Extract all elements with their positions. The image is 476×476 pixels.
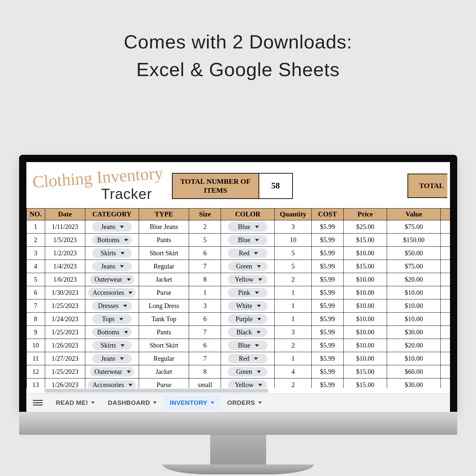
- cell-date[interactable]: 1/26/2023: [45, 339, 85, 352]
- category-dropdown[interactable]: Dresses: [92, 301, 132, 311]
- cell-extra[interactable]: [441, 313, 450, 326]
- cell-size[interactable]: 6: [189, 313, 221, 326]
- cell-color[interactable]: Black: [221, 326, 275, 339]
- table-row[interactable]: 61/30/2023AccessoriesPurse1Pink1$5.99$10…: [26, 286, 450, 299]
- category-dropdown[interactable]: Jeans: [92, 222, 132, 232]
- cell-size[interactable]: 6: [189, 247, 221, 260]
- cell-no[interactable]: 5: [26, 273, 45, 286]
- cell-date[interactable]: 1/24/2023: [45, 313, 85, 326]
- category-dropdown[interactable]: Accessories: [88, 288, 136, 297]
- color-dropdown[interactable]: Red: [228, 248, 267, 258]
- table-row[interactable]: 11/11/2023JeansBlue Jeans2Blue3$5.99$25.…: [26, 220, 450, 234]
- table-row[interactable]: 91/25/2023BottomsPants7Black3$5.99$10.00…: [26, 326, 450, 339]
- cell-color[interactable]: White: [221, 299, 275, 313]
- cell-extra[interactable]: [441, 220, 450, 234]
- cell-color[interactable]: Red: [221, 247, 275, 260]
- sheet-tab-inventory[interactable]: INVENTORY: [164, 396, 220, 410]
- cell-extra[interactable]: [441, 365, 450, 378]
- cell-quantity[interactable]: 1: [275, 313, 312, 326]
- cell-quantity[interactable]: 2: [275, 339, 312, 352]
- cell-price[interactable]: $10.00: [343, 247, 387, 260]
- cell-cost[interactable]: $5.99: [312, 339, 344, 352]
- cell-size[interactable]: 3: [189, 299, 221, 313]
- cell-value[interactable]: $75.00: [387, 220, 441, 234]
- category-dropdown[interactable]: Outerwear: [90, 367, 134, 377]
- cell-no[interactable]: 4: [26, 260, 45, 273]
- cell-quantity[interactable]: 3: [275, 326, 312, 339]
- cell-price[interactable]: $25.00: [343, 220, 387, 234]
- cell-value[interactable]: $75.00: [387, 260, 441, 273]
- cell-type[interactable]: Tank Top: [139, 313, 189, 326]
- cell-color[interactable]: Yellow: [221, 273, 275, 286]
- cell-size[interactable]: 8: [189, 273, 221, 286]
- table-row[interactable]: 71/25/2023DressesLong Dress3White1$5.99$…: [26, 299, 450, 313]
- cell-category[interactable]: Jeans: [85, 260, 139, 273]
- cell-cost[interactable]: $5.99: [312, 313, 344, 326]
- cell-category[interactable]: Bottoms: [85, 326, 139, 339]
- cell-value[interactable]: $10.00: [387, 299, 441, 313]
- cell-value[interactable]: $10.00: [387, 352, 441, 365]
- cell-extra[interactable]: [441, 247, 450, 260]
- color-dropdown[interactable]: Green: [228, 367, 267, 377]
- cell-extra[interactable]: [441, 352, 450, 365]
- cell-size[interactable]: 8: [189, 365, 221, 378]
- table-row[interactable]: 51/6/2023OuterwearJacket8Yellow2$5.99$10…: [26, 273, 450, 286]
- cell-extra[interactable]: [441, 260, 450, 273]
- cell-cost[interactable]: $5.99: [312, 365, 344, 378]
- cell-date[interactable]: 1/25/2023: [45, 326, 85, 339]
- cell-color[interactable]: Green: [221, 365, 275, 378]
- color-dropdown[interactable]: Blue: [228, 341, 267, 350]
- cell-color[interactable]: Blue: [221, 339, 275, 352]
- category-dropdown[interactable]: Bottoms: [92, 327, 132, 337]
- cell-category[interactable]: Skirts: [85, 247, 139, 260]
- cell-no[interactable]: 12: [26, 365, 45, 378]
- table-row[interactable]: 31/2/2023SkirtsShort Skirt6Red5$5.99$10.…: [26, 247, 450, 260]
- cell-type[interactable]: Pants: [139, 326, 189, 339]
- cell-date[interactable]: 1/25/2023: [45, 299, 85, 313]
- cell-no[interactable]: 8: [26, 313, 45, 326]
- cell-cost[interactable]: $5.99: [312, 260, 344, 273]
- cell-quantity[interactable]: 3: [275, 220, 312, 234]
- category-dropdown[interactable]: Jeans: [92, 262, 132, 271]
- cell-extra[interactable]: [441, 339, 450, 352]
- cell-category[interactable]: Bottoms: [85, 234, 139, 247]
- cell-cost[interactable]: $5.99: [312, 286, 344, 299]
- cell-date[interactable]: 1/5/2023: [45, 234, 85, 247]
- cell-price[interactable]: $15.00: [343, 260, 387, 273]
- cell-date[interactable]: 1/4/2023: [45, 260, 85, 273]
- cell-value[interactable]: $50.00: [387, 247, 441, 260]
- cell-date[interactable]: 1/2/2023: [45, 247, 85, 260]
- cell-no[interactable]: 10: [26, 339, 45, 352]
- cell-type[interactable]: Purse: [139, 286, 189, 299]
- cell-price[interactable]: $10.00: [343, 286, 387, 299]
- cell-size[interactable]: 5: [189, 234, 221, 247]
- cell-type[interactable]: Jacket: [139, 365, 189, 378]
- cell-type[interactable]: Long Dress: [139, 299, 189, 313]
- cell-category[interactable]: Dresses: [85, 299, 139, 313]
- category-dropdown[interactable]: Bottoms: [92, 235, 132, 245]
- cell-price[interactable]: $15.00: [343, 234, 387, 247]
- cell-size[interactable]: 1: [189, 286, 221, 299]
- cell-value[interactable]: $60.00: [387, 365, 441, 378]
- cell-type[interactable]: Jacket: [139, 273, 189, 286]
- cell-quantity[interactable]: 5: [275, 247, 312, 260]
- cell-size[interactable]: 2: [189, 220, 221, 234]
- table-row[interactable]: 121/25/2023OuterwearJacket8Green4$5.99$1…: [26, 365, 450, 378]
- table-row[interactable]: 111/27/2023JeansRegular7Red1$5.99$10.00$…: [26, 352, 450, 365]
- cell-price[interactable]: $10.00: [343, 352, 387, 365]
- cell-price[interactable]: $10.00: [343, 273, 387, 286]
- cell-quantity[interactable]: 4: [275, 365, 312, 378]
- cell-type[interactable]: Short Skirt: [139, 339, 189, 352]
- category-dropdown[interactable]: Jeans: [92, 354, 132, 363]
- cell-category[interactable]: Jeans: [85, 352, 139, 365]
- cell-no[interactable]: 1: [26, 220, 45, 234]
- category-dropdown[interactable]: Skirts: [92, 248, 132, 258]
- cell-value[interactable]: $20.00: [387, 273, 441, 286]
- cell-color[interactable]: Green: [221, 260, 275, 273]
- cell-value[interactable]: $20.00: [387, 339, 441, 352]
- cell-date[interactable]: 1/27/2023: [45, 352, 85, 365]
- cell-cost[interactable]: $5.99: [312, 247, 344, 260]
- table-row[interactable]: 21/5/2023BottomsPants5Blue10$5.99$15.00$…: [26, 234, 450, 247]
- cell-type[interactable]: Pants: [139, 234, 189, 247]
- horizontal-scrollbar[interactable]: [26, 388, 450, 393]
